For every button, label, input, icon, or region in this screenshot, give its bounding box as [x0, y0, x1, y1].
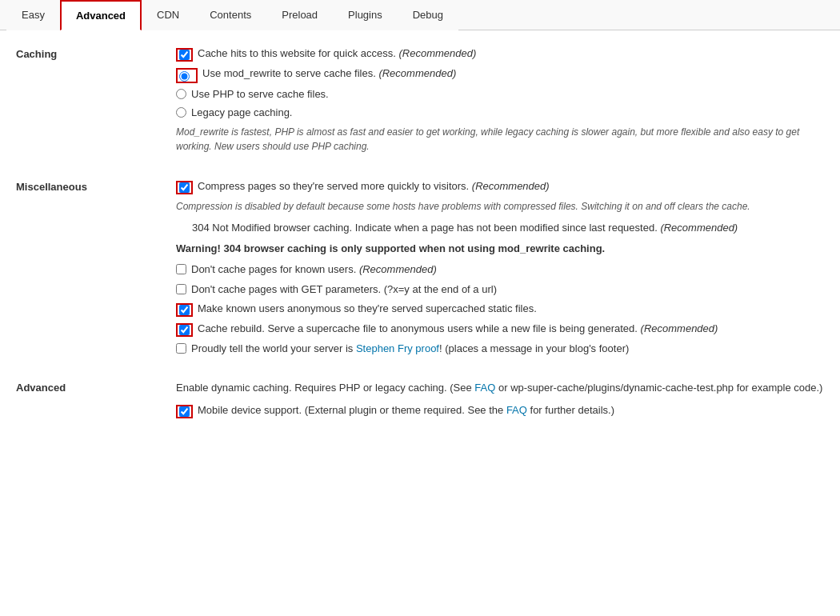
compress-text: Compress pages so they're served more qu…	[198, 179, 550, 194]
caching-desc: Mod_rewrite is fastest, PHP is almost as…	[176, 125, 824, 154]
tab-debug[interactable]: Debug	[398, 0, 458, 30]
mod-rewrite-text: Use mod_rewrite to serve cache files. (R…	[202, 66, 456, 81]
caching-label: Caching	[16, 46, 176, 60]
tab-advanced[interactable]: Advanced	[60, 0, 142, 30]
dynamic-cache-faq-link[interactable]: FAQ	[474, 382, 495, 394]
cache-hits-checkbox[interactable]	[179, 50, 190, 60]
dont-cache-known-text: Don't cache pages for known users. (Reco…	[191, 262, 437, 277]
php-radio-row: Use PHP to serve cache files.	[176, 87, 824, 102]
cache-rebuild-row: Cache rebuild. Serve a supercache file t…	[176, 322, 824, 337]
dont-cache-get-checkbox[interactable]	[176, 284, 186, 294]
proudly-row: Proudly tell the world your server is St…	[176, 342, 824, 356]
dynamic-cache-text: Enable dynamic caching. Requires PHP or …	[176, 380, 824, 396]
cache-hits-text: Cache hits to this website for quick acc…	[198, 46, 476, 61]
section-caching: Caching Cache hits to this website for q…	[16, 46, 824, 160]
section-advanced: Advanced Enable dynamic caching. Require…	[16, 380, 824, 424]
advanced-body: Enable dynamic caching. Requires PHP or …	[176, 380, 824, 424]
php-radio[interactable]	[176, 89, 186, 99]
mod-rewrite-radio[interactable]	[179, 71, 190, 82]
legacy-radio-text: Legacy page caching.	[191, 106, 292, 120]
make-anonymous-row: Make known users anonymous so they're se…	[176, 302, 824, 317]
dont-cache-known-row: Don't cache pages for known users. (Reco…	[176, 262, 824, 277]
caching-body: Cache hits to this website for quick acc…	[176, 46, 824, 160]
mobile-faq-link[interactable]: FAQ	[506, 404, 527, 416]
tab-plugins[interactable]: Plugins	[333, 0, 398, 30]
advanced-label: Advanced	[16, 380, 176, 394]
compress-checkbox[interactable]	[179, 182, 190, 193]
cache-rebuild-text: Cache rebuild. Serve a supercache file t…	[198, 322, 718, 336]
make-anonymous-checkbox[interactable]	[179, 305, 190, 315]
mobile-support-text: Mobile device support. (External plugin …	[198, 403, 614, 418]
stephen-fry-link[interactable]: Stephen Fry proof	[356, 342, 439, 354]
mod-rewrite-row: Use mod_rewrite to serve cache files. (R…	[176, 66, 824, 83]
mobile-support-row: Mobile device support. (External plugin …	[176, 403, 824, 418]
compress-desc: Compression is disabled by default becau…	[176, 199, 824, 214]
tab-cdn[interactable]: CDN	[142, 0, 194, 30]
php-radio-text: Use PHP to serve cache files.	[191, 87, 329, 102]
tab-easy[interactable]: Easy	[6, 0, 60, 30]
cache-rebuild-checkbox[interactable]	[179, 325, 190, 335]
section-miscellaneous: Miscellaneous Compress pages so they're …	[16, 179, 824, 361]
miscellaneous-body: Compress pages so they're served more qu…	[176, 179, 824, 361]
warning-text: Warning! 304 browser caching is only sup…	[176, 241, 824, 257]
miscellaneous-label: Miscellaneous	[16, 179, 176, 193]
mobile-support-checkbox[interactable]	[179, 406, 190, 417]
dont-cache-get-text: Don't cache pages with GET parameters. (…	[191, 282, 497, 297]
dont-cache-known-checkbox[interactable]	[176, 264, 186, 274]
cache-hits-row: Cache hits to this website for quick acc…	[176, 46, 824, 62]
make-anonymous-text: Make known users anonymous so they're se…	[198, 302, 537, 316]
tab-bar: Easy Advanced CDN Contents Preload Plugi…	[0, 0, 840, 30]
not-modified-note: 304 Not Modified browser caching. Indica…	[192, 220, 824, 236]
tab-preload[interactable]: Preload	[266, 0, 333, 30]
content-area: Caching Cache hits to this website for q…	[0, 30, 840, 458]
proudly-text: Proudly tell the world your server is St…	[191, 342, 629, 356]
compress-row: Compress pages so they're served more qu…	[176, 179, 824, 194]
proudly-checkbox[interactable]	[176, 343, 186, 354]
dont-cache-get-row: Don't cache pages with GET parameters. (…	[176, 282, 824, 297]
legacy-radio-row: Legacy page caching.	[176, 106, 824, 120]
tab-contents[interactable]: Contents	[194, 0, 266, 30]
legacy-radio[interactable]	[176, 107, 186, 118]
